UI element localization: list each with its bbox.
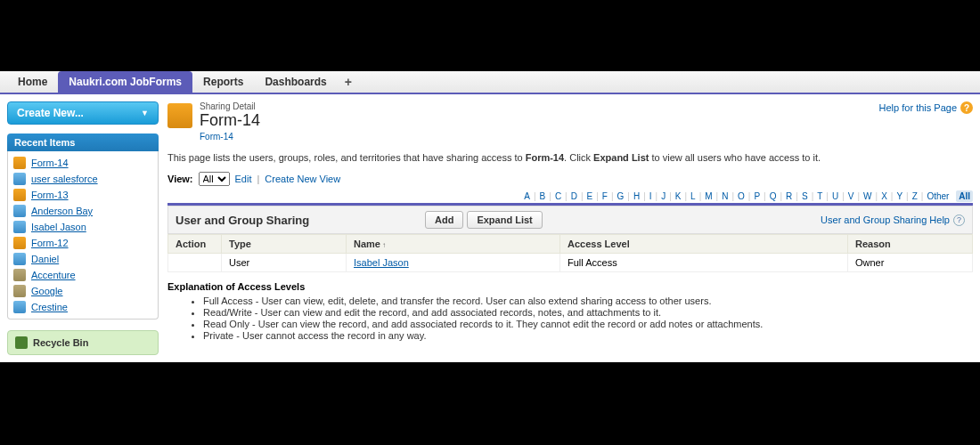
recent-item-link[interactable]: Form-12 <box>31 238 69 248</box>
create-new-view-link[interactable]: Create New View <box>265 174 340 184</box>
recent-item[interactable]: user salesforce <box>8 171 158 187</box>
recent-items-header: Recent Items <box>7 134 159 151</box>
alpha-O[interactable]: O <box>735 190 747 202</box>
create-new-button[interactable]: Create New... ▼ <box>7 101 159 125</box>
add-tab-button[interactable]: + <box>338 71 359 93</box>
tab-naukri-com-jobforms[interactable]: Naukri.com JobForms <box>58 71 192 93</box>
alpha-U[interactable]: U <box>829 190 841 202</box>
sharing-detail-label: Sharing Detail <box>200 101 260 111</box>
col-type[interactable]: Type <box>222 235 347 254</box>
form-icon <box>13 157 26 169</box>
alpha-S[interactable]: S <box>799 190 811 202</box>
recent-item[interactable]: Anderson Bay <box>8 203 158 219</box>
recent-item[interactable]: Form-12 <box>8 235 158 251</box>
alpha-Q[interactable]: Q <box>767 190 780 202</box>
recycle-bin-button[interactable]: Recycle Bin <box>7 330 159 355</box>
help-icon: ? <box>960 101 973 114</box>
alpha-P[interactable]: P <box>751 190 763 202</box>
alpha-A[interactable]: A <box>521 190 533 202</box>
alpha-F[interactable]: F <box>600 190 610 202</box>
explanation-header: Explanation of Access Levels <box>167 281 973 292</box>
alpha-B[interactable]: B <box>537 190 549 202</box>
record-icon <box>167 103 192 128</box>
recent-item[interactable]: Accenture <box>8 267 158 283</box>
acct-icon <box>13 285 26 297</box>
tab-bar: HomeNaukri.com JobFormsReportsDashboards… <box>0 71 980 94</box>
alpha-V[interactable]: V <box>845 190 857 202</box>
recent-item-link[interactable]: Form-13 <box>31 190 69 200</box>
breadcrumb[interactable]: Form-14 <box>200 132 260 142</box>
add-button[interactable]: Add <box>425 211 463 229</box>
alpha-M[interactable]: M <box>702 190 715 202</box>
alpha-G[interactable]: G <box>615 190 627 202</box>
help-icon: ? <box>953 214 965 226</box>
help-for-page-link[interactable]: Help for this Page ? <box>879 101 973 114</box>
chevron-down-icon: ▼ <box>141 109 149 117</box>
app-window: HomeNaukri.com JobFormsReportsDashboards… <box>0 71 980 362</box>
recent-item-link[interactable]: Isabel Jason <box>31 222 86 232</box>
cell-type: User <box>222 254 347 272</box>
create-new-label: Create New... <box>17 107 84 119</box>
recent-item-link[interactable]: Accenture <box>31 270 76 280</box>
alpha-all[interactable]: All <box>956 190 973 202</box>
alpha-N[interactable]: N <box>719 190 731 202</box>
recycle-bin-label: Recycle Bin <box>33 337 88 348</box>
panel-help-link[interactable]: User and Group Sharing Help ? <box>821 214 965 226</box>
col-action[interactable]: Action <box>168 235 222 254</box>
sort-asc-icon: ↑ <box>382 241 386 249</box>
recent-item-link[interactable]: Form-14 <box>31 158 69 168</box>
explanation-item: Private - User cannot access the record … <box>203 330 973 341</box>
cell-action <box>168 254 222 272</box>
alpha-J[interactable]: J <box>658 190 668 202</box>
sidebar: Create New... ▼ Recent Items Form-14user… <box>7 101 159 355</box>
alpha-Z[interactable]: Z <box>910 190 920 202</box>
alpha-L[interactable]: L <box>688 190 698 202</box>
sharing-table: Action Type Name↑ Access Level Reason Us… <box>167 234 973 272</box>
explanation-item: Read Only - User can view the record, an… <box>203 319 973 329</box>
recent-item-link[interactable]: Anderson Bay <box>31 206 93 216</box>
tab-reports[interactable]: Reports <box>192 71 254 93</box>
recent-item[interactable]: Isabel Jason <box>8 219 158 235</box>
name-link[interactable]: Isabel Jason <box>354 257 409 268</box>
alpha-T[interactable]: T <box>814 190 825 202</box>
user-icon <box>13 253 26 265</box>
col-name[interactable]: Name↑ <box>347 235 560 254</box>
page-title: Form-14 <box>200 111 260 130</box>
explanation-section: Explanation of Access Levels Full Access… <box>167 281 973 341</box>
form-icon <box>13 189 26 201</box>
alpha-other[interactable]: Other <box>924 190 951 202</box>
alpha-R[interactable]: R <box>783 190 795 202</box>
alpha-D[interactable]: D <box>568 190 580 202</box>
alpha-C[interactable]: C <box>552 190 564 202</box>
alpha-X[interactable]: X <box>878 190 890 202</box>
recent-item[interactable]: Crestine <box>8 299 158 315</box>
recent-item[interactable]: Form-14 <box>8 155 158 171</box>
view-select[interactable]: All <box>199 172 230 186</box>
edit-view-link[interactable]: Edit <box>235 174 252 184</box>
col-reason[interactable]: Reason <box>848 235 973 254</box>
alpha-E[interactable]: E <box>584 190 596 202</box>
recent-item[interactable]: Form-13 <box>8 187 158 203</box>
expand-list-button[interactable]: Expand List <box>467 211 542 229</box>
col-access[interactable]: Access Level <box>560 235 848 254</box>
recent-item[interactable]: Daniel <box>8 251 158 267</box>
main-content: Sharing Detail Form-14 Form-14 Help for … <box>167 101 973 355</box>
explanation-item: Full Access - User can view, edit, delet… <box>203 295 973 306</box>
panel-title: User and Group Sharing <box>176 214 425 227</box>
tab-dashboards[interactable]: Dashboards <box>254 71 337 93</box>
alpha-H[interactable]: H <box>631 190 642 202</box>
page-description: This page lists the users, groups, roles… <box>167 152 973 163</box>
alpha-W[interactable]: W <box>861 190 874 202</box>
cell-access: Full Access <box>560 254 848 272</box>
tab-home[interactable]: Home <box>7 71 58 93</box>
recent-item[interactable]: Google <box>8 283 158 299</box>
cell-name: Isabel Jason <box>347 254 560 272</box>
alpha-K[interactable]: K <box>673 190 684 202</box>
recent-item-link[interactable]: Daniel <box>31 254 59 264</box>
recent-item-link[interactable]: Crestine <box>31 302 68 312</box>
alpha-filter: A|B|C|D|E|F|G|H|I|J|K|L|M|N|O|P|Q|R|S|T|… <box>167 191 973 201</box>
alpha-I[interactable]: I <box>647 190 655 202</box>
alpha-Y[interactable]: Y <box>894 190 905 202</box>
recent-item-link[interactable]: user salesforce <box>31 174 98 184</box>
recent-item-link[interactable]: Google <box>31 286 62 296</box>
